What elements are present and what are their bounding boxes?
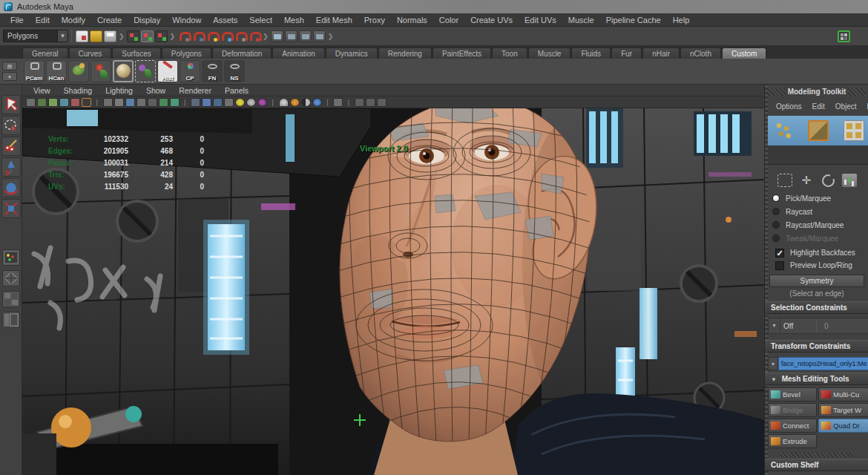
radio-raycast-marquee[interactable]: Raycast/Marquee — [772, 220, 844, 230]
snap-point-icon[interactable] — [206, 30, 218, 42]
paint-select-tool[interactable] — [1, 137, 21, 156]
select-hierarchy-icon[interactable] — [127, 30, 139, 42]
shelf-item-hcan[interactable]: HCan — [46, 60, 67, 82]
plugin-shelf-icon[interactable] — [333, 98, 343, 107]
shelf-tab-rendering[interactable]: Rendering — [378, 48, 432, 59]
bookmarks-icon[interactable] — [48, 98, 58, 107]
select-component-icon[interactable] — [155, 30, 168, 42]
bridge-button[interactable]: Bridge — [768, 403, 817, 417]
shelf-tab-surfaces[interactable]: Surfaces — [112, 48, 160, 59]
live-surface-field[interactable]: face_retopo2Head_only1:Me — [778, 357, 868, 370]
vp-menu-lighting[interactable]: Lighting — [99, 86, 139, 95]
move-icon[interactable] — [800, 174, 815, 187]
move-tool[interactable] — [1, 157, 21, 177]
shelf-collapse-icon[interactable]: ▾ — [2, 72, 17, 81]
checkbox-highlight-backfaces[interactable]: ✓ Highlight Backfaces — [775, 247, 855, 258]
layout-outliner-pane-button[interactable] — [2, 312, 20, 328]
viewcube-icon[interactable] — [355, 98, 364, 107]
section-custom-shelf[interactable]: Custom Shelf — [765, 459, 868, 471]
multi-cut-button[interactable]: Multi-Cu — [818, 387, 868, 402]
selection-constraint-secondary[interactable]: 0 — [817, 322, 829, 330]
chevron-down-icon[interactable]: ▼ — [57, 30, 68, 42]
snap-surface-icon[interactable] — [248, 30, 260, 42]
shelf-item-fn[interactable]: FN — [202, 60, 223, 82]
menu-set-dropdown[interactable]: Polygons ▼ — [3, 30, 68, 42]
shelf-drag-handle[interactable] — [780, 453, 854, 457]
shelf-tab-deformation[interactable]: Deformation — [212, 48, 272, 59]
shelf-tab-polygons[interactable]: Polygons — [162, 48, 211, 59]
wireframe-mode-icon[interactable] — [103, 98, 113, 107]
new-scene-icon[interactable] — [76, 30, 88, 42]
section-selection-constraints[interactable]: Selection Constraints — [765, 301, 868, 314]
shadows-icon[interactable] — [148, 98, 157, 107]
xray-joints-icon[interactable] — [213, 98, 223, 107]
layout-four-pane-button[interactable] — [2, 270, 20, 286]
purple-sphere-icon[interactable] — [257, 98, 267, 107]
shelf-menu-icon[interactable]: ▤ — [2, 62, 17, 71]
grease-pencil-icon[interactable] — [82, 98, 91, 107]
menu-color[interactable]: Color — [433, 16, 464, 24]
quad-draw-button[interactable]: Quad Dr — [818, 419, 868, 433]
isolate-select-icon[interactable] — [191, 98, 200, 107]
title-bar[interactable]: Autodesk Maya — [0, 0, 868, 13]
chevron-down-icon[interactable]: ▾ — [768, 357, 778, 370]
2d-pan-zoom-icon[interactable] — [70, 98, 80, 107]
vp-menu-renderer[interactable]: Renderer — [172, 86, 218, 95]
toolkit-header[interactable]: Modeling Toolkit — [765, 85, 868, 99]
render-current-icon[interactable] — [285, 30, 297, 42]
group-expander-icon[interactable]: ❯ — [119, 33, 125, 40]
snap-grid-icon[interactable] — [177, 30, 190, 42]
checkbox-preview-loop-ring[interactable]: Preview Loop/Ring — [775, 260, 852, 271]
shelf-tab-painteffects[interactable]: PaintEffects — [433, 48, 491, 59]
group-expander-icon[interactable]: ❯ — [263, 33, 269, 40]
viewport-scene[interactable]: Verts: 102332 253 0 Edges: 201905 468 0 … — [22, 108, 764, 475]
section-transform-constraints[interactable]: Transform Constraints — [765, 340, 868, 353]
menu-create[interactable]: Create — [91, 16, 128, 24]
shelf-item-plant-selected[interactable] — [135, 60, 156, 82]
layout-single-pane-button[interactable] — [2, 249, 20, 266]
snap-projected-icon[interactable] — [220, 30, 232, 42]
default-light-icon[interactable] — [235, 98, 245, 107]
shelf-tab-dynamics[interactable]: Dynamics — [326, 48, 378, 59]
symmetry-button[interactable]: Symmetry — [769, 275, 864, 287]
screen-ao-icon[interactable] — [159, 98, 168, 107]
vertex-mode-icon[interactable] — [774, 120, 795, 141]
target-weld-button[interactable]: Target W — [818, 403, 868, 417]
camera-attrs-icon[interactable] — [37, 98, 47, 107]
shelf-item-pcam[interactable]: PCam — [24, 60, 45, 82]
menu-pipeline-cache[interactable]: Pipeline Cache — [600, 16, 667, 24]
shelf-item-hist[interactable]: Hist — [157, 60, 178, 82]
paint-effects-node-icon[interactable] — [838, 30, 850, 42]
radio-raycast[interactable]: Raycast — [772, 206, 812, 217]
tk-menu-edit[interactable]: Edit — [806, 102, 829, 111]
radio-pick-marquee[interactable]: Pick/Marquee — [772, 193, 831, 203]
save-scene-icon[interactable] — [104, 30, 116, 42]
shelf-tab-general[interactable]: General — [22, 48, 68, 59]
shelf-item-cp[interactable]: CP — [180, 60, 200, 82]
shelf-item-sphere-material[interactable] — [113, 60, 134, 82]
shelf-tab-fur[interactable]: Fur — [611, 48, 642, 59]
vp-menu-shading[interactable]: Shading — [57, 86, 99, 95]
vp-menu-show[interactable]: Show — [139, 86, 172, 95]
menu-create-uvs[interactable]: Create UVs — [464, 16, 519, 24]
lighting-all-icon[interactable] — [137, 98, 146, 107]
shelf-tab-nhair[interactable]: nHair — [642, 48, 680, 59]
open-scene-icon[interactable] — [90, 30, 102, 42]
blue-sphere-icon[interactable] — [312, 98, 322, 107]
select-object-icon[interactable] — [141, 30, 154, 42]
snap-curve-icon[interactable] — [191, 30, 204, 42]
bevel-button[interactable]: Bevel — [768, 387, 817, 402]
shelf-item-hand-tool[interactable] — [68, 60, 89, 82]
section-mesh-editing-tools[interactable]: ▼ Mesh Editing Tools — [765, 373, 868, 385]
layout-split-pane-button[interactable] — [2, 291, 20, 307]
exposure-icon[interactable] — [224, 98, 234, 107]
shelf-tab-custom[interactable]: Custom — [722, 48, 766, 59]
menu-modify[interactable]: Modify — [56, 16, 91, 24]
dome-light-icon[interactable] — [279, 98, 289, 107]
ipr-render-icon[interactable] — [299, 30, 312, 42]
shelf-tab-curves[interactable]: Curves — [69, 48, 112, 59]
edge-mode-icon[interactable] — [808, 120, 829, 141]
menu-muscle[interactable]: Muscle — [562, 16, 600, 24]
menu-normals[interactable]: Normals — [391, 16, 433, 24]
menu-window[interactable]: Window — [166, 16, 207, 24]
